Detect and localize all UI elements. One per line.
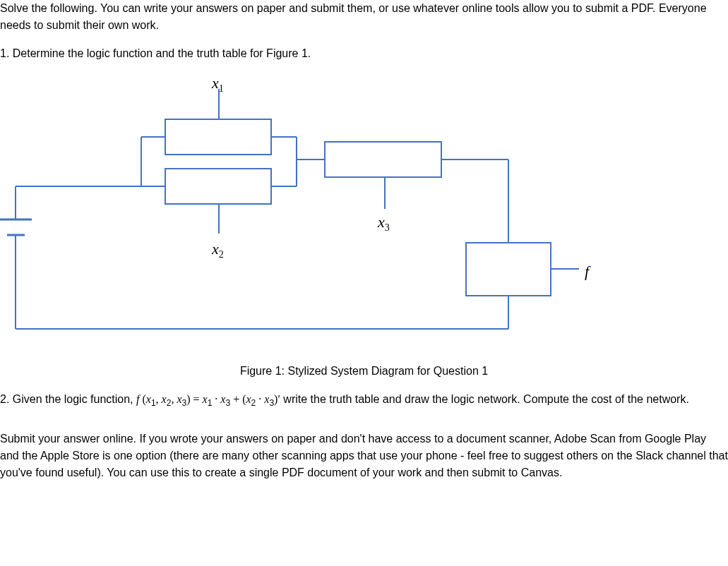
intro-text: Solve the following. You can write your … <box>0 0 728 34</box>
figure-1: x1 x2 x3 f <box>0 68 728 357</box>
label-x1: x1 <box>212 71 224 96</box>
circuit-diagram <box>0 68 728 357</box>
question-2: 2. Given the logic function, f (x1, x2, … <box>0 391 728 409</box>
label-f: f <box>585 260 589 283</box>
question-1: 1. Determine the logic function and the … <box>0 45 728 62</box>
label-x2: x2 <box>212 237 224 262</box>
label-x3: x3 <box>378 210 390 235</box>
svg-rect-9 <box>165 169 271 204</box>
svg-rect-15 <box>325 142 441 177</box>
figure-caption: Figure 1: Stylized System Diagram for Qu… <box>0 363 728 380</box>
svg-rect-19 <box>466 243 551 296</box>
svg-rect-7 <box>165 119 271 155</box>
footer-instructions: Submit your answer online. If you wrote … <box>0 430 728 481</box>
